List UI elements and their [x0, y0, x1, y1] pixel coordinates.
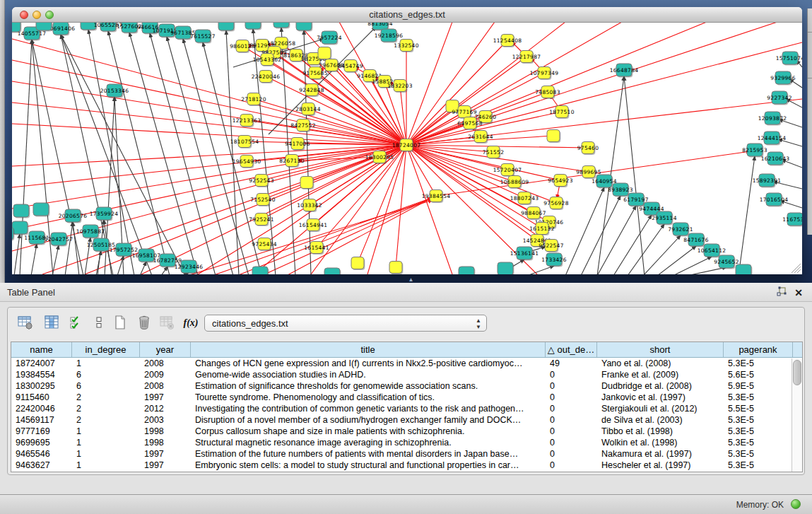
right-panel-divider — [808, 78, 812, 78]
column-header-out_de[interactable]: △ out_de… — [546, 342, 597, 357]
table-cell: Embryonic stem cells: a model to study s… — [191, 460, 546, 471]
graph-node[interactable] — [736, 264, 751, 274]
table-cell: Hescheler et al. (1997) — [597, 460, 724, 471]
graph-node-label: 975460 — [577, 145, 599, 151]
table-cell: 2 — [72, 403, 140, 414]
graph-node-label: 7932621 — [668, 226, 693, 233]
select-rows-icon[interactable] — [67, 314, 86, 332]
column-header-title[interactable]: title — [191, 342, 546, 357]
table-row[interactable]: 911546021997Tourette syndrome. Phenomeno… — [11, 392, 802, 403]
table-cell: Nakamura et al. (1997) — [597, 448, 724, 460]
graph-node[interactable] — [351, 257, 364, 269]
table-row[interactable]: 946554611997Estimation of the future num… — [11, 448, 802, 460]
table-cell: Tourette syndrome. Phenomenology and cla… — [191, 392, 546, 403]
graph-node[interactable] — [547, 130, 560, 142]
table-cell: 49 — [546, 358, 597, 369]
function-builder-icon[interactable]: f(x) — [182, 314, 200, 332]
graph-node-label: 10797349 — [530, 70, 559, 76]
graph-node[interactable] — [245, 23, 261, 29]
graph-node[interactable] — [296, 23, 312, 30]
network-window-titlebar[interactable]: citations_edges.txt — [12, 7, 802, 23]
graph-node-label: 9252543 — [249, 177, 274, 184]
graph-edge — [129, 33, 198, 274]
column-chooser-icon[interactable] — [42, 314, 61, 332]
graph-node[interactable] — [318, 47, 331, 59]
table-cell: 5.3E-5 — [724, 448, 793, 460]
table-row[interactable]: 1830029562008Estimation of significance … — [11, 380, 802, 392]
graph-node-label: 746260 — [475, 114, 496, 120]
graph-node[interactable] — [324, 268, 340, 274]
graph-node-label: 12042757 — [45, 236, 73, 243]
graph-edge — [117, 256, 124, 274]
graph-node-label: 19218596 — [375, 33, 404, 39]
table-row[interactable]: 969969511998Structural magnetic resonanc… — [11, 437, 802, 448]
graph-node-label: 1615441 — [304, 245, 329, 251]
graph-node[interactable] — [218, 23, 234, 30]
graph-node-label: 10543362 — [253, 57, 282, 63]
graph-node[interactable] — [300, 177, 313, 189]
graph-node-label: 8427552 — [290, 122, 316, 129]
table-row[interactable]: 2242004622012Investigating the contribut… — [11, 403, 802, 414]
row-height-icon[interactable] — [90, 314, 108, 332]
table-scrollbar[interactable] — [792, 358, 802, 472]
graph-node-label: 2803144 — [295, 106, 321, 112]
network-canvas[interactable]: 1405571720691406106552871527602946616110… — [12, 23, 802, 274]
window-resize-grip[interactable] — [794, 267, 801, 273]
graph-node[interactable] — [459, 267, 474, 274]
graph-node-label: 18226058 — [267, 40, 296, 47]
graph-edge — [406, 23, 565, 145]
graph-node[interactable] — [13, 204, 29, 217]
graph-node[interactable] — [33, 203, 49, 216]
graph-edge — [597, 206, 636, 274]
graph-node[interactable] — [12, 23, 20, 32]
graph-node[interactable] — [273, 23, 289, 28]
column-header-short[interactable]: short — [597, 342, 724, 357]
table-cell: 0 — [546, 437, 597, 448]
graph-edge — [406, 145, 452, 274]
table-row[interactable]: 1938455462009Genome-wide association stu… — [11, 369, 802, 380]
column-header-name[interactable]: name — [11, 342, 72, 357]
graph-node[interactable] — [389, 262, 402, 274]
graph-node-label: 12923446 — [175, 264, 204, 270]
graph-node[interactable] — [498, 262, 513, 274]
float-panel-icon[interactable] — [775, 286, 788, 299]
graph-node-label: 9899695 — [576, 169, 601, 175]
table-row[interactable]: 1456911722003Disruption of a novel membe… — [11, 414, 802, 426]
table-cell: 2003 — [140, 414, 191, 426]
close-panel-icon[interactable]: ✕ — [792, 286, 805, 299]
table-cell: Changes of HCN gene expression and I(f) … — [191, 358, 546, 369]
delete-table-icon[interactable] — [135, 314, 153, 332]
graph-node-label: 18724007 — [392, 142, 421, 148]
delete-table-disabled-icon — [158, 314, 176, 332]
graph-node-label: 7485083 — [535, 89, 560, 95]
table-cell: Jankovic et al. (1997) — [597, 392, 724, 403]
table-cell: 1 — [72, 460, 140, 471]
memory-status-indicator[interactable] — [791, 499, 801, 509]
new-table-icon[interactable] — [111, 314, 129, 332]
graph-node[interactable] — [36, 23, 52, 30]
table-row[interactable]: 977716911998Corpus callosum shape and si… — [11, 426, 802, 437]
table-settings-icon[interactable] — [16, 314, 35, 332]
panel-divider-handle[interactable]: ▲ — [406, 277, 416, 282]
graph-node-label: 9329966 — [770, 75, 796, 81]
table-cell: 1 — [72, 426, 140, 437]
table-cell: 1 — [72, 437, 140, 448]
node-table: namein_degreeyeartitle△ out_de…shortpage… — [11, 341, 803, 472]
left-panel-edge — [0, 0, 5, 283]
graph-edge — [65, 222, 73, 274]
table-select[interactable]: citations_edges.txt ▲▼ — [204, 315, 487, 332]
table-row[interactable]: 946362711997Embryonic stem cells: a mode… — [11, 460, 802, 471]
graph-node-label: 16648784 — [610, 67, 639, 74]
graph-node-label: 8267130 — [279, 158, 305, 164]
table-row[interactable]: 1872400712008Changes of HCN gene express… — [11, 358, 802, 369]
graph-node[interactable] — [12, 227, 13, 240]
graph-node[interactable] — [252, 267, 268, 274]
table-scrollbar-thumb[interactable] — [793, 360, 801, 385]
graph-node-label: 6179197 — [623, 197, 649, 203]
column-header-pagerank[interactable]: pagerank — [724, 342, 793, 357]
column-header-in_degree[interactable]: in_degree — [72, 342, 140, 357]
table-select-value: citations_edges.txt — [212, 318, 288, 329]
graph-node-label: 16782759 — [153, 257, 182, 264]
graph-node-label: 1033342 — [297, 202, 322, 209]
column-header-year[interactable]: year — [140, 342, 191, 357]
